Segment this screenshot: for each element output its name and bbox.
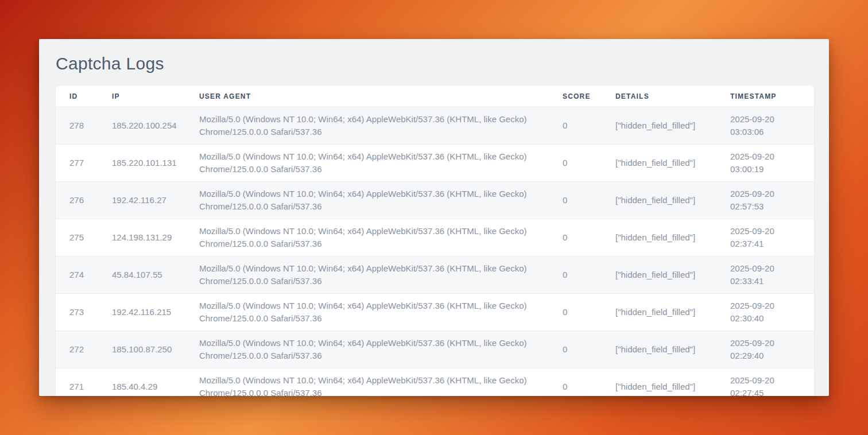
cell-ip: 45.84.107.55 — [98, 257, 185, 294]
cell-ip: 185.220.100.254 — [98, 107, 185, 145]
cell-details: ["hidden_field_filled"] — [602, 107, 716, 145]
cell-user-agent: Mozilla/5.0 (Windows NT 10.0; Win64; x64… — [185, 257, 549, 294]
cell-user-agent: Mozilla/5.0 (Windows NT 10.0; Win64; x64… — [185, 331, 549, 368]
cell-score: 0 — [549, 145, 602, 182]
table-row: 271 185.40.4.29 Mozilla/5.0 (Windows NT … — [56, 368, 814, 397]
table-row: 277 185.220.101.131 Mozilla/5.0 (Windows… — [56, 145, 814, 182]
cell-user-agent: Mozilla/5.0 (Windows NT 10.0; Win64; x64… — [185, 219, 549, 257]
cell-ip: 192.42.116.27 — [98, 182, 185, 219]
cell-user-agent: Mozilla/5.0 (Windows NT 10.0; Win64; x64… — [185, 294, 549, 331]
column-header-id: ID — [56, 86, 98, 107]
captcha-logs-card: Captcha Logs ID IP USER AGENT SCORE DETA… — [39, 39, 829, 396]
table-header: ID IP USER AGENT SCORE DETAILS TIMESTAMP — [56, 86, 814, 107]
cell-id: 278 — [56, 107, 98, 145]
cell-score: 0 — [549, 294, 602, 331]
column-header-user-agent: USER AGENT — [185, 86, 549, 107]
cell-score: 0 — [549, 219, 602, 257]
cell-score: 0 — [549, 107, 602, 145]
cell-timestamp: 2025-09-20 03:00:19 — [716, 145, 814, 182]
cell-id: 276 — [56, 182, 98, 219]
cell-id: 277 — [56, 145, 98, 182]
cell-user-agent: Mozilla/5.0 (Windows NT 10.0; Win64; x64… — [185, 368, 549, 397]
cell-id: 271 — [56, 368, 98, 397]
cell-timestamp: 2025-09-20 02:33:41 — [716, 257, 814, 294]
cell-id: 275 — [56, 219, 98, 257]
cell-timestamp: 2025-09-20 02:27:45 — [716, 368, 814, 397]
column-header-score: SCORE — [549, 86, 602, 107]
column-header-details: DETAILS — [602, 86, 716, 107]
cell-timestamp: 2025-09-20 02:57:53 — [716, 182, 814, 219]
table-row: 275 124.198.131.29 Mozilla/5.0 (Windows … — [56, 219, 814, 257]
cell-user-agent: Mozilla/5.0 (Windows NT 10.0; Win64; x64… — [185, 145, 549, 182]
cell-user-agent: Mozilla/5.0 (Windows NT 10.0; Win64; x64… — [185, 182, 549, 219]
logs-table-container: ID IP USER AGENT SCORE DETAILS TIMESTAMP… — [56, 86, 814, 396]
table-row: 273 192.42.116.215 Mozilla/5.0 (Windows … — [56, 294, 814, 331]
page-title: Captcha Logs — [39, 39, 829, 86]
cell-timestamp: 2025-09-20 02:30:40 — [716, 294, 814, 331]
table-body: 278 185.220.100.254 Mozilla/5.0 (Windows… — [56, 107, 814, 397]
cell-ip: 192.42.116.215 — [98, 294, 185, 331]
cell-timestamp: 2025-09-20 02:29:40 — [716, 331, 814, 368]
table-row: 276 192.42.116.27 Mozilla/5.0 (Windows N… — [56, 182, 814, 219]
cell-details: ["hidden_field_filled"] — [602, 368, 716, 397]
cell-details: ["hidden_field_filled"] — [602, 331, 716, 368]
table-row: 274 45.84.107.55 Mozilla/5.0 (Windows NT… — [56, 257, 814, 294]
cell-details: ["hidden_field_filled"] — [602, 294, 716, 331]
logs-table: ID IP USER AGENT SCORE DETAILS TIMESTAMP… — [56, 86, 814, 396]
cell-details: ["hidden_field_filled"] — [602, 257, 716, 294]
cell-user-agent: Mozilla/5.0 (Windows NT 10.0; Win64; x64… — [185, 107, 549, 145]
cell-timestamp: 2025-09-20 02:37:41 — [716, 219, 814, 257]
cell-ip: 185.220.101.131 — [98, 145, 185, 182]
cell-details: ["hidden_field_filled"] — [602, 219, 716, 257]
cell-ip: 185.100.87.250 — [98, 331, 185, 368]
cell-ip: 185.40.4.29 — [98, 368, 185, 397]
cell-ip: 124.198.131.29 — [98, 219, 185, 257]
cell-score: 0 — [549, 257, 602, 294]
cell-id: 273 — [56, 294, 98, 331]
table-row: 272 185.100.87.250 Mozilla/5.0 (Windows … — [56, 331, 814, 368]
cell-details: ["hidden_field_filled"] — [602, 145, 716, 182]
column-header-timestamp: TIMESTAMP — [716, 86, 814, 107]
cell-id: 272 — [56, 331, 98, 368]
column-header-ip: IP — [98, 86, 185, 107]
cell-timestamp: 2025-09-20 03:03:06 — [716, 107, 814, 145]
cell-score: 0 — [549, 331, 602, 368]
cell-score: 0 — [549, 182, 602, 219]
table-row: 278 185.220.100.254 Mozilla/5.0 (Windows… — [56, 107, 814, 145]
cell-score: 0 — [549, 368, 602, 397]
cell-details: ["hidden_field_filled"] — [602, 182, 716, 219]
cell-id: 274 — [56, 257, 98, 294]
